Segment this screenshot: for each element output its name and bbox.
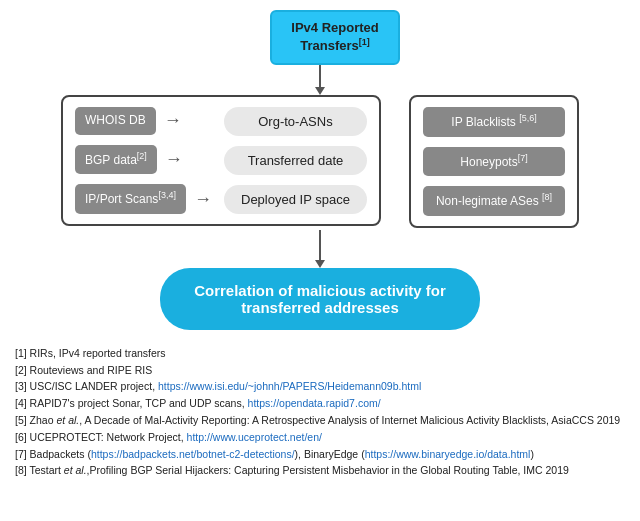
bgp-sup: [2] [137, 151, 147, 161]
right-col: Org-to-ASNs Transferred date Deployed IP… [224, 107, 367, 214]
arrow-ipv4-to-main [315, 65, 325, 95]
ipv4-sup: [1] [359, 37, 370, 47]
blacklists-sup: [5,6] [519, 113, 537, 123]
ref-4: [4] RAPID7's project Sonar, TCP and UDP … [15, 395, 625, 412]
bgp-box: BGP data[2] [75, 145, 157, 175]
ref-7: [7] Badpackets (https://badpackets.net/b… [15, 446, 625, 463]
ref-1: [1] RIRs, IPv4 reported transfers [15, 345, 625, 362]
ref-4-link[interactable]: https://opendata.rapid7.com/ [248, 397, 381, 409]
arrow-bgp: → [165, 149, 183, 170]
ref-6-link[interactable]: http://www.uceprotect.net/en/ [187, 431, 322, 443]
left-inner: WHOIS DB → BGP data[2] → IP/Port Scans[3… [75, 107, 367, 214]
diagram-wrapper: IPv4 Reported Transfers[1] WHOIS DB → BG… [0, 0, 640, 340]
ref-8: [8] Testart et al.,Profiling BGP Serial … [15, 462, 625, 479]
ip-blacklists-box: IP Blacklists [5,6] [423, 107, 565, 137]
right-big-box: IP Blacklists [5,6] Honeypots[7] Non-leg… [409, 95, 579, 228]
deployed-ip-box: Deployed IP space [224, 185, 367, 214]
ref-2: [2] Routeviews and RIPE RIS [15, 362, 625, 379]
ipv4-label: IPv4 Reported Transfers[1] [291, 20, 378, 53]
transferred-date-box: Transferred date [224, 146, 367, 175]
ipv4-section: IPv4 Reported Transfers[1] [240, 10, 400, 95]
row-ipport: IP/Port Scans[3,4] → [75, 184, 214, 214]
honeypots-box: Honeypots[7] [423, 147, 565, 177]
ref-6: [6] UCEPROTECT: Network Project, http://… [15, 429, 625, 446]
arrow-ipport: → [194, 189, 212, 210]
nonleg-sup: [8] [542, 192, 552, 202]
ipv4-box: IPv4 Reported Transfers[1] [270, 10, 400, 65]
ipport-box: IP/Port Scans[3,4] [75, 184, 186, 214]
result-line1: Correlation of malicious activity for [194, 282, 446, 299]
left-col: WHOIS DB → BGP data[2] → IP/Port Scans[3… [75, 107, 214, 214]
ref-7-link2[interactable]: https://www.binaryedge.io/data.html [365, 448, 531, 460]
ref-5: [5] Zhao et al., A Decade of Mal-Activit… [15, 412, 625, 429]
org-asns-box: Org-to-ASNs [224, 107, 367, 136]
ref-3: [3] USC/ISC LANDER project, https://www.… [15, 378, 625, 395]
row-whois: WHOIS DB → [75, 107, 214, 135]
ref-3-link[interactable]: https://www.isi.edu/~johnh/PAPERS/Heidem… [158, 380, 421, 392]
ref-7-link1[interactable]: https://badpackets.net/botnet-c2-detecti… [91, 448, 295, 460]
non-legimate-box: Non-legimate ASes [8] [423, 186, 565, 216]
boxes-row: WHOIS DB → BGP data[2] → IP/Port Scans[3… [61, 95, 579, 228]
honeypots-sup: [7] [518, 153, 528, 163]
ipport-sup: [3,4] [158, 190, 176, 200]
whois-box: WHOIS DB [75, 107, 156, 135]
arrow-to-result [315, 230, 325, 268]
left-big-box: WHOIS DB → BGP data[2] → IP/Port Scans[3… [61, 95, 381, 226]
result-box: Correlation of malicious activity for tr… [160, 268, 480, 330]
references: [1] RIRs, IPv4 reported transfers [2] Ro… [0, 340, 640, 484]
result-line2: transferred addresses [241, 299, 399, 316]
row-bgp: BGP data[2] → [75, 145, 214, 175]
arrow-whois: → [164, 110, 182, 131]
